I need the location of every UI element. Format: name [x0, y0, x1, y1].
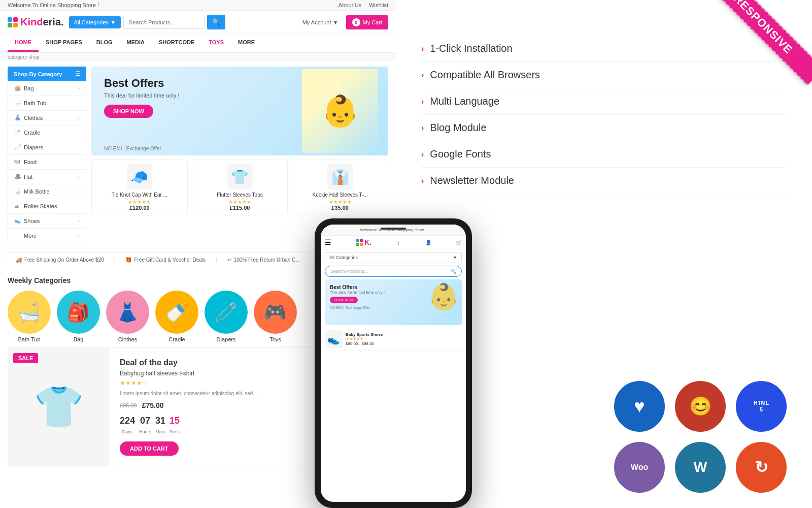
sidebar-item-diapers[interactable]: 🧷Diapers [8, 140, 86, 155]
feature-gift: 🎁 Free Gift Card & Voucher Deals [125, 257, 206, 263]
deal-image: SALE 👕 [8, 348, 110, 466]
product-stars-1: ★★★★★ [96, 199, 183, 205]
phone-search-bar[interactable]: Search Products... 🔍 [325, 266, 462, 277]
bag-label: Bag [57, 336, 100, 342]
feature-newsletter: › Newsletter Module [421, 168, 787, 194]
nav-toys[interactable]: ToYs [201, 34, 231, 52]
feature-gift-text: Free Gift Card & Voucher Deals [134, 257, 206, 263]
sidebar-item-bag[interactable]: 👜Bag › [8, 81, 86, 96]
cart-button[interactable]: 0 My Cart [346, 15, 389, 29]
main-nav: HOME SHOP PAGES BLOG MEDIA SHORTCODE ToY… [0, 34, 396, 53]
new-price: £75.00 [142, 401, 164, 409]
nav-blog[interactable]: BLOG [89, 34, 120, 52]
sale-badge: SALE [13, 353, 38, 363]
search-button[interactable]: 🔍 [207, 15, 225, 29]
phone-logo: K. [364, 238, 371, 246]
cradle-label: Cradle [155, 336, 198, 342]
mins-num: 31 [155, 416, 165, 426]
diapers-hex: 🧷 [205, 291, 248, 334]
sidebar-item-roller-skates[interactable]: ⛸Roller Skates [8, 199, 86, 214]
category-extra[interactable]: 🎮 Toys [254, 291, 297, 342]
product-card-3[interactable]: 👔 Kookie Half Sleeves T-... ★★★★★ £35.00 [292, 160, 388, 215]
tech-icon-woo: Woo [614, 442, 665, 493]
search-input[interactable] [123, 16, 205, 29]
gift-icon: 🎁 [125, 257, 131, 263]
nav-media[interactable]: MEDIA [120, 34, 152, 52]
phone-shop-btn[interactable]: SHOP NOW [330, 297, 358, 303]
html5-symbol: HTML5 [754, 400, 769, 413]
hero-banner: Best Offers This deal for limited time o… [91, 67, 388, 155]
extra-label: Toys [254, 336, 297, 342]
main-content: Best Offers This deal for limited time o… [91, 67, 388, 243]
category-clothes[interactable]: 👗 Clothes [106, 291, 149, 342]
face-symbol: 😊 [689, 396, 712, 417]
phone-area: Welcome To Online Shopping Store ! ☰ K. … [315, 218, 477, 498]
category-shop-label: category shop [0, 53, 396, 61]
clothes-hex: 👗 [106, 291, 149, 334]
phone-categories-dropdown[interactable]: All Categories ▼ [325, 252, 462, 263]
product-name-3: Kookie Half Sleeves T-... [296, 192, 384, 198]
arrow-icon-2: › [421, 71, 424, 80]
sidebar-item-clothes[interactable]: 👗Clothes › [8, 111, 86, 125]
category-diapers[interactable]: 🧷 Diapers [205, 291, 248, 342]
countdown-secs: 15 Secs [170, 416, 180, 435]
nav-more[interactable]: MORE [231, 34, 262, 52]
phone-cart-icon: 🛒 [456, 240, 462, 245]
phone-dots-icon: ⋮ [396, 240, 401, 245]
product-stars-3: ★★★★★ [296, 199, 384, 205]
wishlist-link[interactable]: Wishlist [369, 2, 388, 8]
clothes-icon: 👗 [14, 114, 21, 121]
add-to-cart-button[interactable]: ADD TO CART [120, 441, 179, 456]
nav-shortcode[interactable]: SHORTCODE [152, 34, 201, 52]
sidebar-item-shoes[interactable]: 👟Shoes › [8, 214, 86, 229]
category-dropdown[interactable]: All Categories ▼ [69, 16, 121, 28]
bag-icon: 👜 [14, 85, 21, 92]
sidebar-item-hat[interactable]: 🎩Hat › [8, 170, 86, 184]
feature-2-text: Compatible All Browsers [430, 69, 540, 81]
clothes-label: Clothes [106, 336, 149, 342]
sidebar-item-milk-bottle[interactable]: 🍶Milk Bottle [8, 184, 86, 199]
my-account[interactable]: My Account ▼ [302, 19, 339, 25]
feature-return: ↩ 100% Free Return Urban C... [227, 257, 300, 263]
phone-product[interactable]: 👟 Baby Sports Shoes ★★★★★ £80.00 - £98.0… [321, 328, 466, 351]
nav-shop-pages[interactable]: SHOP PAGES [39, 34, 89, 52]
refresh-symbol: ↻ [755, 458, 768, 477]
days-num: 224 [120, 416, 135, 426]
logo[interactable]: Kinderia. [8, 16, 64, 28]
product-card-2[interactable]: 👕 Flutter Sleeves Tops ★★★★★ £115.00 [192, 160, 288, 215]
arrow-icon-3: › [421, 97, 424, 106]
top-bar: Welcome To Online Shopping Store ! About… [0, 0, 396, 11]
phone-outer: Welcome To Online Shopping Store ! ☰ K. … [315, 218, 472, 508]
nav-home[interactable]: HOME [8, 34, 39, 52]
countdown-mins: 31 Mins [155, 416, 165, 435]
phone-speaker [381, 228, 406, 230]
product-card-1[interactable]: 🧢 Tie Knot Cap With Ear ... ★★★★★ £120.0… [91, 160, 188, 215]
sidebar-item-bathtub[interactable]: 🛁Bath Tub [8, 96, 86, 111]
return-icon: ↩ [227, 257, 231, 263]
feature-blog: › Blog Module [421, 115, 787, 141]
shop-now-button[interactable]: SHOP NOW [104, 105, 153, 118]
sidebar-item-food[interactable]: 🍽Food [8, 155, 86, 170]
product-img-3: 👔 [327, 164, 353, 189]
category-bag[interactable]: 🎒 Bag [57, 291, 100, 342]
about-link[interactable]: About Us [339, 2, 361, 8]
product-name-1: Tie Knot Cap With Ear ... [96, 192, 183, 198]
feature-return-text: 100% Free Return Urban C... [234, 257, 300, 263]
tech-icon-refresh: ↻ [736, 442, 787, 493]
phone-search-icon: 🔍 [451, 269, 456, 274]
sidebar-item-cradle[interactable]: 🍼Cradle [8, 125, 86, 140]
heart-symbol: ♥ [634, 396, 645, 417]
category-bathtub[interactable]: 🛁 Bath Tub [8, 291, 51, 342]
logo-text: Kinderia. [20, 16, 64, 28]
category-cradle[interactable]: 🍼 Cradle [155, 291, 198, 342]
milk-bottle-icon: 🍶 [14, 188, 21, 195]
shoes-icon: 👟 [14, 217, 21, 225]
sidebar-item-more[interactable]: ⋯More › [8, 229, 86, 243]
cart-badge: 0 [352, 18, 360, 26]
hat-icon: 🎩 [14, 173, 21, 180]
sidebar-arrow-bag: › [78, 86, 80, 91]
sidebar-arrow-more: › [78, 233, 80, 238]
header-right: My Account ▼ 0 My Cart [302, 15, 388, 29]
sidebar-arrow-shoes: › [78, 218, 80, 224]
phone-top-bar: Welcome To Online Shopping Store ! [321, 225, 466, 236]
